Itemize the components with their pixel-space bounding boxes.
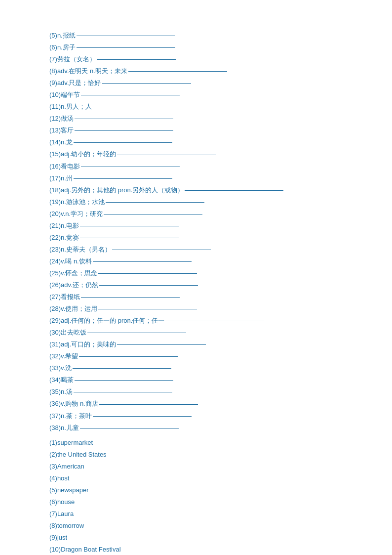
q16-num: (16)看电影 xyxy=(49,163,80,170)
q35-num: (35)n.汤 xyxy=(49,388,73,395)
question-12: (12)做汤 xyxy=(49,113,372,125)
a6-num: (6) xyxy=(49,498,57,506)
question-15: (15)adj.幼小的；年轻的 xyxy=(49,148,372,160)
q36-num: (36)v.购物 n.商店 xyxy=(49,400,98,407)
question-31: (31)adj.可口的；美味的 xyxy=(49,339,372,350)
question-36: (36)v.购物 n.商店 xyxy=(49,398,372,410)
q9-num: (9)adv.只是；恰好 xyxy=(49,79,101,86)
answer-4: (4)host xyxy=(49,472,372,484)
a4-num: (4) xyxy=(49,474,57,482)
question-37: (37)n.茶；茶叶 xyxy=(49,410,372,422)
question-29: (29)adj.任何的；任一的 pron.任何；任一 xyxy=(49,315,372,327)
a3-num: (3) xyxy=(49,463,57,470)
question-23: (23)n.史蒂夫（男名） xyxy=(49,244,372,256)
question-25: (25)v.怀念；思念 xyxy=(49,267,372,279)
answer-8: (8)tomorrow xyxy=(49,520,372,532)
a7-num: (7) xyxy=(49,510,57,517)
question-32: (32)v.希望 xyxy=(49,350,372,362)
a4-text: host xyxy=(57,474,70,482)
a6-text: house xyxy=(57,498,75,506)
a5-text: newspaper xyxy=(57,486,89,494)
question-18: (18)adj.另外的；其他的 pron.另外的人（或物） xyxy=(49,184,372,196)
q23-num: (23)n.史蒂夫（男名） xyxy=(49,246,111,253)
question-28: (28)v.使用；运用 xyxy=(49,303,372,315)
a5-num: (5) xyxy=(49,486,57,494)
question-14: (14)n.龙 xyxy=(49,136,372,148)
q12-num: (12)做汤 xyxy=(49,115,74,122)
question-38: (38)n.儿童 xyxy=(49,422,372,434)
question-35: (35)n.汤 xyxy=(49,386,372,398)
q28-num: (28)v.使用；运用 xyxy=(49,305,97,312)
q29-num: (29)adj.任何的；任一的 pron.任何；任一 xyxy=(49,317,164,324)
q27-num: (27)看报纸 xyxy=(49,293,80,300)
question-26: (26)adv.还；仍然 xyxy=(49,279,372,291)
a2-num: (2) xyxy=(49,451,57,458)
answer-5: (5)newspaper xyxy=(49,484,372,496)
a3-text: American xyxy=(57,463,84,470)
questions-section: (5)n.报纸 (6)n.房子 (7)劳拉（女名） (8)adv.在明天 n.明… xyxy=(49,30,372,434)
answer-9: (9)just xyxy=(49,532,372,544)
q17-num: (17)n.州 xyxy=(49,174,73,182)
question-11: (11)n.男人；人 xyxy=(49,101,372,113)
q20-num: (20)v.n.学习；研究 xyxy=(49,210,103,217)
q18-num: (18)adj.另外的；其他的 pron.另外的人（或物） xyxy=(49,186,184,194)
question-6: (6)n.房子 xyxy=(49,42,372,53)
question-16: (16)看电影 xyxy=(49,161,372,172)
a1-num: (1) xyxy=(49,439,57,446)
a2-text: the United States xyxy=(57,451,107,458)
a9-num: (9) xyxy=(49,534,57,541)
q10-num: (10)端午节 xyxy=(49,91,80,98)
q37-num: (37)n.茶；茶叶 xyxy=(49,412,92,420)
content-area: (5)n.报纸 (6)n.房子 (7)劳拉（女名） (8)adv.在明天 n.明… xyxy=(49,30,372,555)
q38-num: (38)n.儿童 xyxy=(49,424,79,431)
q15-num: (15)adj.幼小的；年轻的 xyxy=(49,150,116,158)
q11-num: (11)n.男人；人 xyxy=(49,103,92,110)
question-13: (13)客厅 xyxy=(49,125,372,136)
q25-num: (25)v.怀念；思念 xyxy=(49,269,97,277)
question-5: (5)n.报纸 xyxy=(49,30,372,42)
question-20: (20)v.n.学习；研究 xyxy=(49,208,372,220)
q24-num: (24)v.喝 n.饮料 xyxy=(49,257,92,265)
a8-num: (8) xyxy=(49,522,57,529)
a10-text: Dragon Boat Festival xyxy=(61,546,120,553)
q22-num: (22)n.竞赛 xyxy=(49,234,79,241)
answer-1: (1)supermarket xyxy=(49,437,372,449)
question-24: (24)v.喝 n.饮料 xyxy=(49,256,372,267)
question-17: (17)n.州 xyxy=(49,172,372,184)
q26-num: (26)adv.还；仍然 xyxy=(49,281,98,289)
a8-text: tomorrow xyxy=(57,522,84,529)
question-10: (10)端午节 xyxy=(49,89,372,101)
question-30: (30)出去吃饭 xyxy=(49,327,372,339)
question-21: (21)n.电影 xyxy=(49,220,372,232)
q21-num: (21)n.电影 xyxy=(49,222,79,229)
question-34: (34)喝茶 xyxy=(49,374,372,386)
q34-num: (34)喝茶 xyxy=(49,376,74,384)
question-22: (22)n.竞赛 xyxy=(49,232,372,244)
q5-num: (5)n.报纸 xyxy=(49,32,76,39)
a7-text: Laura xyxy=(57,510,74,517)
answers-section: (1)supermarket (2)the United States (3)A… xyxy=(49,437,372,555)
q14-num: (14)n.龙 xyxy=(49,138,73,146)
question-19: (19)n.游泳池；水池 xyxy=(49,196,372,208)
q19-num: (19)n.游泳池；水池 xyxy=(49,198,105,206)
q13-num: (13)客厅 xyxy=(49,127,74,134)
answer-10: (10)Dragon Boat Festival xyxy=(49,544,372,555)
a9-text: just xyxy=(57,534,67,541)
q31-num: (31)adj.可口的；美味的 xyxy=(49,341,116,348)
q6-num: (6)n.房子 xyxy=(49,43,76,51)
q32-num: (32)v.希望 xyxy=(49,352,78,360)
question-27: (27)看报纸 xyxy=(49,291,372,303)
answer-3: (3)American xyxy=(49,461,372,472)
q30-num: (30)出去吃饭 xyxy=(49,329,86,336)
q8-num: (8)adv.在明天 n.明天；未来 xyxy=(49,67,127,75)
answer-2: (2)the United States xyxy=(49,449,372,461)
a10-num: (10) xyxy=(49,546,61,553)
question-9: (9)adv.只是；恰好 xyxy=(49,77,372,89)
answer-6: (6)house xyxy=(49,496,372,508)
q7-num: (7)劳拉（女名） xyxy=(49,55,96,63)
q33-num: (33)v.洗 xyxy=(49,364,72,372)
question-33: (33)v.洗 xyxy=(49,362,372,374)
answer-7: (7)Laura xyxy=(49,508,372,520)
a1-text: supermarket xyxy=(57,439,93,446)
question-8: (8)adv.在明天 n.明天；未来 xyxy=(49,65,372,77)
